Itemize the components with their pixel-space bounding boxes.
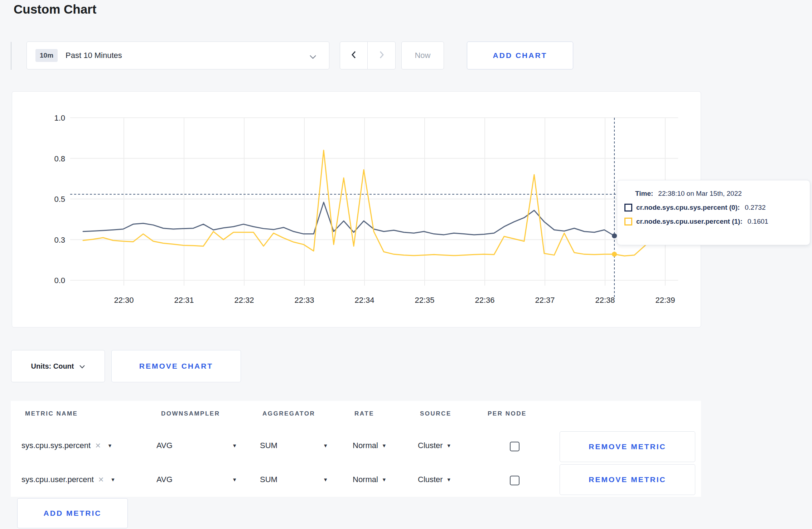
prev-time-button[interactable]: [340, 42, 368, 69]
svg-text:22:32: 22:32: [234, 296, 254, 305]
remove-chart-button[interactable]: REMOVE CHART: [111, 350, 241, 382]
svg-text:22:30: 22:30: [114, 296, 134, 305]
rate-select[interactable]: Normal ▼: [353, 475, 387, 484]
dropdown-arrow-icon: ▼: [323, 443, 328, 448]
svg-text:22:34: 22:34: [354, 296, 374, 305]
remove-metric-button[interactable]: REMOVE METRIC: [560, 464, 695, 495]
metric-name-value: sys.cpu.user.percent: [21, 475, 94, 484]
svg-text:0.3: 0.3: [54, 236, 65, 244]
time-window-badge: 10m: [35, 49, 58, 62]
tooltip-series-value: 0.1601: [748, 218, 768, 225]
time-window-label: Past 10 Minutes: [66, 51, 122, 60]
rate-value: Normal: [353, 441, 378, 450]
downsampler-value: AVG: [156, 441, 173, 450]
chevron-left-icon: [351, 50, 357, 60]
remove-tag-icon[interactable]: ✕: [95, 441, 101, 450]
svg-text:22:31: 22:31: [174, 296, 194, 305]
source-value: Cluster: [418, 441, 443, 450]
col-header-downsampler: DOWNSAMPLER: [161, 410, 220, 417]
aggregator-select[interactable]: SUM ▼: [260, 441, 328, 450]
source-value: Cluster: [418, 475, 443, 484]
next-time-button[interactable]: [367, 42, 396, 69]
chevron-right-icon: [379, 50, 385, 60]
rate-value: Normal: [353, 475, 378, 484]
svg-text:22:36: 22:36: [475, 296, 494, 305]
units-select[interactable]: Units: Count: [11, 350, 105, 382]
downsampler-select[interactable]: AVG ▼: [156, 441, 237, 450]
col-header-rate: RATE: [354, 410, 374, 417]
chart-tooltip: Time:22:38:10 on Mar 15th, 2022 cr.node.…: [617, 180, 810, 245]
chevron-down-icon: [310, 54, 316, 60]
page-title: Custom Chart: [14, 2, 96, 16]
svg-text:0.0: 0.0: [54, 276, 65, 285]
remove-tag-icon[interactable]: ✕: [98, 475, 104, 484]
svg-text:1.0: 1.0: [54, 113, 65, 122]
chevron-down-icon: [79, 362, 85, 370]
dropdown-arrow-icon: ▼: [111, 477, 116, 482]
metric-name-select[interactable]: sys.cpu.sys.percent ✕ ▼: [21, 441, 112, 450]
svg-text:22:38: 22:38: [595, 296, 615, 305]
dropdown-arrow-icon: ▼: [446, 477, 451, 482]
tooltip-time-value: 22:38:10 on Mar 15th, 2022: [658, 190, 741, 197]
now-button[interactable]: Now: [401, 42, 444, 69]
dropdown-arrow-icon: ▼: [382, 477, 387, 482]
custom-chart-page: Custom Chart 10m Past 10 Minutes Now ADD…: [0, 0, 812, 529]
units-label: Units: Count: [31, 362, 74, 370]
rate-select[interactable]: Normal ▼: [353, 441, 387, 450]
dropdown-arrow-icon: ▼: [232, 443, 237, 448]
svg-text:22:37: 22:37: [535, 296, 555, 305]
aggregator-value: SUM: [260, 441, 277, 450]
tooltip-series-label: cr.node.sys.cpu.sys.percent (0):: [636, 204, 740, 212]
dropdown-arrow-icon: ▼: [232, 477, 237, 482]
series-swatch-user-icon: [624, 218, 632, 225]
dropdown-arrow-icon: ▼: [446, 443, 451, 448]
svg-text:0.8: 0.8: [54, 154, 65, 163]
tooltip-time-row: Time:22:38:10 on Mar 15th, 2022: [617, 190, 810, 198]
per-node-checkbox[interactable]: [510, 442, 519, 451]
svg-text:22:39: 22:39: [655, 296, 675, 305]
tooltip-series-row: cr.node.sys.cpu.user.percent (1):0.1601: [617, 218, 810, 225]
aggregator-select[interactable]: SUM ▼: [260, 475, 328, 484]
dropdown-arrow-icon: ▼: [382, 443, 387, 448]
toolbar-divider: [11, 42, 11, 70]
dropdown-arrow-icon: ▼: [107, 443, 112, 448]
downsampler-value: AVG: [156, 475, 173, 484]
tooltip-time-label: Time:: [635, 190, 653, 197]
tooltip-series-value: 0.2732: [745, 204, 765, 212]
metric-name-select[interactable]: sys.cpu.user.percent ✕ ▼: [21, 475, 115, 484]
dropdown-arrow-icon: ▼: [323, 477, 328, 482]
add-metric-button[interactable]: ADD METRIC: [17, 498, 128, 528]
col-header-source: SOURCE: [420, 410, 451, 417]
svg-text:0.5: 0.5: [54, 195, 65, 204]
svg-text:22:35: 22:35: [415, 296, 434, 305]
chart-card: 0.00.30.50.81.022:3022:3122:3222:3322:34…: [12, 91, 701, 327]
source-select[interactable]: Cluster ▼: [418, 475, 451, 484]
col-header-per-node: PER NODE: [488, 410, 527, 417]
chart-canvas[interactable]: 0.00.30.50.81.022:3022:3122:3222:3322:34…: [12, 92, 701, 328]
col-header-aggregator: AGGREGATOR: [262, 410, 315, 417]
tooltip-series-label: cr.node.sys.cpu.user.percent (1):: [636, 218, 743, 225]
downsampler-select[interactable]: AVG ▼: [156, 475, 237, 484]
per-node-checkbox[interactable]: [510, 476, 519, 485]
aggregator-value: SUM: [260, 475, 277, 484]
tooltip-series-row: cr.node.sys.cpu.sys.percent (0):0.2732: [617, 204, 810, 212]
metric-name-value: sys.cpu.sys.percent: [21, 441, 91, 450]
time-window-select[interactable]: 10m Past 10 Minutes: [26, 42, 329, 69]
add-chart-button[interactable]: ADD CHART: [467, 42, 573, 69]
series-swatch-sys-icon: [624, 204, 632, 212]
svg-text:22:33: 22:33: [294, 296, 314, 305]
source-select[interactable]: Cluster ▼: [418, 441, 451, 450]
remove-metric-button[interactable]: REMOVE METRIC: [560, 431, 695, 462]
col-header-metric-name: METRIC NAME: [25, 410, 78, 417]
